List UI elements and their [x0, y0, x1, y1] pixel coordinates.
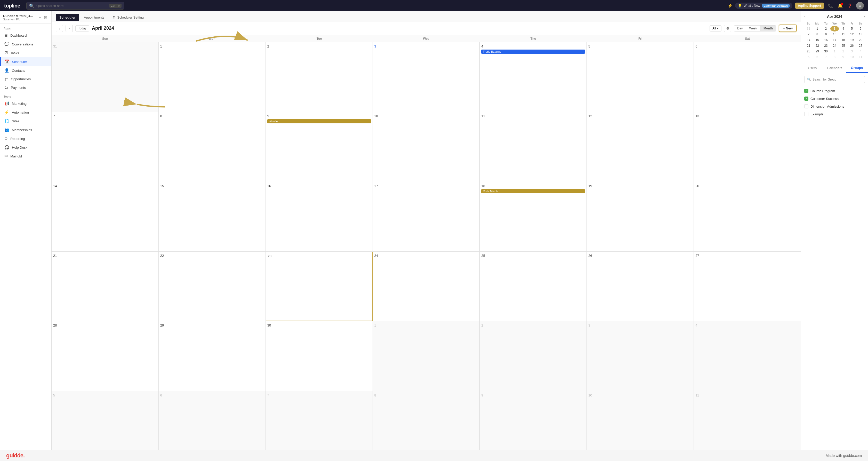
cal-cell[interactable]: 7	[52, 112, 159, 181]
mini-day[interactable]: 28	[804, 49, 813, 54]
cal-cell[interactable]: 1	[373, 321, 480, 391]
cal-cell[interactable]: 1	[159, 42, 266, 112]
mini-day[interactable]: 23	[822, 43, 830, 49]
cal-cell[interactable]: 9 Wonder ...	[266, 112, 373, 181]
cal-cell[interactable]: 22	[159, 252, 266, 321]
cal-cell[interactable]: 5	[587, 42, 694, 112]
mini-day[interactable]: 19	[848, 37, 857, 43]
calendar-event[interactable]: Yoda Minch	[481, 189, 585, 193]
workspace-selector[interactable]: Dunder Mifflin [D... Scranton, PA ▾ ⊟	[0, 11, 51, 24]
whats-new-button[interactable]: 💡 What's New Calendar Updates	[735, 3, 793, 9]
mini-day[interactable]: 30	[822, 49, 830, 54]
cal-cell[interactable]: 2	[266, 42, 373, 112]
sidebar-item-sites[interactable]: 🌐 Sites	[0, 117, 51, 125]
mini-day[interactable]: 15	[813, 37, 822, 43]
cal-cell[interactable]: 24	[373, 252, 480, 321]
sidebar-item-dashboard[interactable]: ⊞ Dashboard	[0, 31, 51, 40]
cal-cell[interactable]: 27	[694, 252, 801, 321]
group-checkbox-customer[interactable]	[804, 96, 808, 101]
search-group-input[interactable]	[812, 78, 862, 81]
cal-cell[interactable]: 4	[694, 321, 801, 391]
cal-cell[interactable]: 8	[159, 112, 266, 181]
list-item[interactable]: Dimension Admissions	[804, 102, 865, 110]
calendar-event[interactable]: Frodo Baggins	[481, 50, 585, 54]
mini-day[interactable]: 6	[856, 26, 865, 31]
new-event-button[interactable]: + New	[779, 25, 797, 32]
calendar-event[interactable]: Wonder ...	[267, 119, 371, 123]
cal-cell[interactable]: 10	[373, 112, 480, 181]
cal-cell[interactable]: 3	[373, 42, 480, 112]
group-checkbox-example[interactable]	[804, 112, 808, 116]
phone-icon-button[interactable]: 📞	[827, 2, 834, 9]
cal-cell[interactable]: 25	[480, 252, 587, 321]
cal-cell[interactable]: 20	[694, 182, 801, 251]
mini-day[interactable]: 4	[856, 49, 865, 54]
layout-toggle-button[interactable]: ⊟	[43, 14, 48, 21]
mini-day[interactable]: 13	[856, 31, 865, 37]
sidebar-item-memberships[interactable]: 👥 Memberships	[0, 125, 51, 134]
tab-scheduler[interactable]: Scheduler	[56, 14, 79, 21]
mini-day[interactable]: 2	[839, 49, 848, 54]
tab-settings[interactable]: ⚙ Scheduler Setting	[109, 13, 147, 21]
mini-day[interactable]: 11	[839, 31, 848, 37]
mini-day[interactable]: 8	[830, 54, 839, 60]
mini-day-today[interactable]: 3	[830, 26, 839, 31]
cal-cell[interactable]: 16	[266, 182, 373, 251]
cal-cell[interactable]: 3	[587, 321, 694, 391]
mini-day[interactable]: 7	[822, 54, 830, 60]
cal-cell[interactable]: 18 Yoda Minch	[480, 182, 587, 251]
support-button[interactable]: topline Support	[795, 3, 824, 9]
group-checkbox-church[interactable]	[804, 89, 808, 93]
cal-cell[interactable]: 28	[52, 321, 159, 391]
mini-day[interactable]: 1	[813, 26, 822, 31]
search-group-bar[interactable]: 🔍	[804, 75, 865, 83]
cal-cell[interactable]: 12	[587, 112, 694, 181]
mini-day[interactable]: 26	[848, 43, 857, 49]
mini-day[interactable]: 2	[822, 26, 830, 31]
mini-day[interactable]: 29	[813, 49, 822, 54]
sidebar-item-reporting[interactable]: ⊙ Reporting	[0, 134, 51, 143]
mini-day[interactable]: 11	[856, 54, 865, 60]
mini-day[interactable]: 5	[804, 54, 813, 60]
mini-day[interactable]: 25	[839, 43, 848, 49]
cal-cell[interactable]: 26	[587, 252, 694, 321]
tab-appointments[interactable]: Appointments	[80, 14, 108, 21]
search-bar[interactable]: 🔍 Ctrl + K	[26, 2, 124, 9]
all-filter-button[interactable]: All ▾	[710, 25, 721, 31]
cal-cell[interactable]: 14	[52, 182, 159, 251]
mini-day[interactable]: 12	[848, 31, 857, 37]
mini-day[interactable]: 22	[813, 43, 822, 49]
group-checkbox-dimension[interactable]	[804, 104, 808, 109]
prev-month-button[interactable]: ‹	[56, 25, 63, 32]
list-item[interactable]: Example	[804, 110, 865, 118]
mini-prev-button[interactable]: ‹	[804, 14, 806, 19]
search-input[interactable]	[36, 4, 107, 8]
mini-day[interactable]: 24	[830, 43, 839, 49]
week-view-button[interactable]: Week	[746, 26, 760, 31]
sidebar-item-scheduler[interactable]: 📅 Scheduler	[0, 57, 51, 66]
cal-cell-highlighted[interactable]: 23	[266, 252, 373, 321]
mini-day[interactable]: 4	[839, 26, 848, 31]
mini-day[interactable]: 1	[830, 49, 839, 54]
mini-day[interactable]: 6	[813, 54, 822, 60]
sidebar-item-conversations[interactable]: 💬 Conversations	[0, 40, 51, 49]
cal-cell[interactable]: 13	[694, 112, 801, 181]
mini-day[interactable]: 9	[839, 54, 848, 60]
notifications-button[interactable]: 🔔	[837, 2, 844, 9]
tab-groups[interactable]: Groups	[846, 63, 868, 73]
mini-day[interactable]: 10	[848, 54, 857, 60]
cal-cell[interactable]: 2	[480, 321, 587, 391]
today-button[interactable]: Today	[75, 25, 89, 31]
list-item[interactable]: Church Program	[804, 87, 865, 95]
cal-cell[interactable]: 4 Frodo Baggins	[480, 42, 587, 112]
cal-cell[interactable]: 11	[480, 112, 587, 181]
day-view-button[interactable]: Day	[734, 26, 746, 31]
sidebar-item-payments[interactable]: 🗂 Payments	[0, 83, 51, 92]
month-view-button[interactable]: Month	[760, 26, 776, 31]
mini-day[interactable]: 27	[856, 43, 865, 49]
mini-day[interactable]: 16	[822, 37, 830, 43]
cal-cell[interactable]: 17	[373, 182, 480, 251]
mini-day[interactable]: 21	[804, 43, 813, 49]
mini-day[interactable]: 9	[822, 31, 830, 37]
sidebar-item-helpdesk[interactable]: 🎧 Help Desk	[0, 143, 51, 152]
